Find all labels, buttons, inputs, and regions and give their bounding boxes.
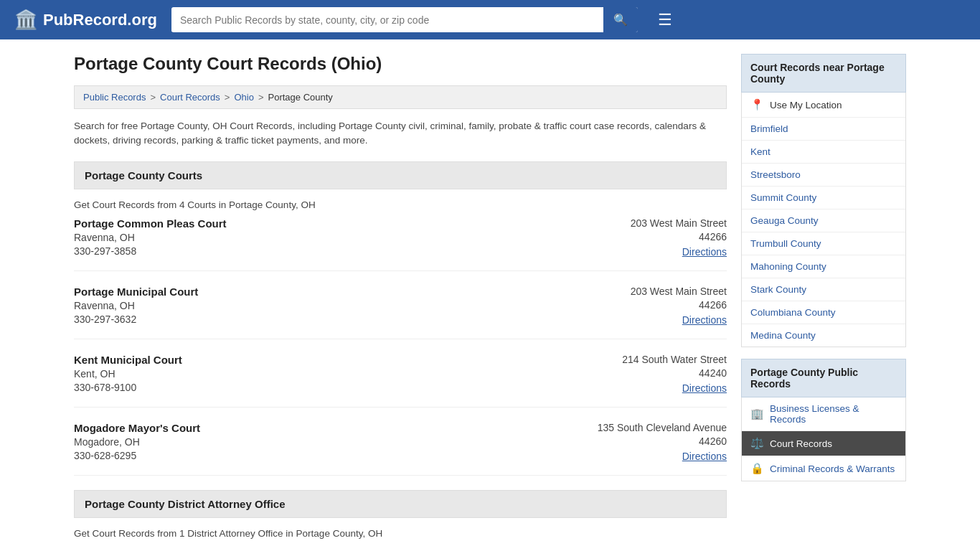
sidebar-item-label: Columbiana County: [750, 307, 836, 318]
sidebar-item[interactable]: Kent: [742, 141, 905, 164]
court-street: 214 South Water Street: [569, 354, 727, 365]
district-sub-description: Get Court Records from 1 District Attorn…: [74, 528, 727, 539]
breadcrumb-sep-1: >: [150, 92, 156, 103]
criminal-icon: 🔒: [750, 462, 764, 475]
courts-section-header: Portage County Courts: [74, 161, 727, 189]
court-phone: 330-297-3632: [74, 314, 569, 325]
sidebar-item[interactable]: Geauga County: [742, 209, 905, 232]
sidebar-item-label: Geauga County: [750, 215, 819, 226]
court-entry: Portage Municipal Court Ravenna, OH 330-…: [74, 286, 727, 339]
logo-text: PubRecord.org: [43, 11, 157, 29]
sidebar-item-label: Summit County: [750, 192, 816, 203]
sidebar-item[interactable]: Stark County: [742, 278, 905, 301]
sidebar-item-label: Mahoning County: [750, 261, 826, 272]
sidebar-item-label: Criminal Records & Warrants: [770, 463, 895, 474]
court-zip: 44240: [569, 367, 727, 379]
page-title: Portage County Court Records (Ohio): [74, 54, 727, 74]
breadcrumb-public-records[interactable]: Public Records: [83, 92, 146, 103]
court-address: 203 West Main Street 44266 Directions: [569, 217, 727, 258]
search-button[interactable]: 🔍: [603, 7, 638, 32]
nearby-list: 📍 Use My Location Brimfield Kent Streets…: [741, 93, 906, 347]
breadcrumb: Public Records > Court Records > Ohio > …: [74, 85, 727, 109]
court-entry: Mogadore Mayor's Court Mogadore, OH 330-…: [74, 422, 727, 476]
court-entry: Kent Municipal Court Kent, OH 330-678-91…: [74, 354, 727, 408]
page-description: Search for free Portage County, OH Court…: [74, 119, 727, 149]
sidebar-criminal-records[interactable]: 🔒 Criminal Records & Warrants: [742, 456, 905, 481]
court-address: 203 West Main Street 44266 Directions: [569, 286, 727, 326]
court-name: Portage Common Pleas Court: [74, 217, 569, 230]
page-content: Portage County Court Records (Ohio) Publ…: [60, 39, 920, 551]
directions-link[interactable]: Directions: [682, 246, 727, 258]
court-city: Ravenna, OH: [74, 232, 569, 243]
court-name: Mogadore Mayor's Court: [74, 422, 569, 434]
court-address: 135 South Cleveland Avenue 44260 Directi…: [569, 422, 727, 462]
courts-sub-description: Get Court Records from 4 Courts in Porta…: [74, 199, 727, 210]
court-city: Mogadore, OH: [74, 436, 569, 448]
sidebar-item-label: Stark County: [750, 284, 806, 295]
sidebar-item-label: Streetsboro: [750, 169, 801, 180]
court-info: Kent Municipal Court Kent, OH 330-678-91…: [74, 354, 569, 394]
logo-icon: 🏛️: [14, 9, 37, 31]
court-phone: 330-297-3858: [74, 245, 569, 257]
directions-link[interactable]: Directions: [682, 382, 727, 394]
court-zip: 44266: [569, 299, 727, 311]
hamburger-button[interactable]: ☰: [652, 8, 678, 32]
sidebar-item[interactable]: Trumbull County: [742, 232, 905, 255]
site-header: 🏛️ PubRecord.org 🔍 ☰: [0, 0, 980, 39]
use-location-label: Use My Location: [770, 100, 842, 110]
sidebar-item[interactable]: Summit County: [742, 187, 905, 209]
breadcrumb-sep-2: >: [225, 92, 230, 103]
sidebar-item[interactable]: Streetsboro: [742, 164, 905, 187]
sidebar-item-label: Business Licenses & Records: [770, 403, 897, 425]
sidebar-item[interactable]: Medina County: [742, 324, 905, 347]
directions-link[interactable]: Directions: [682, 314, 727, 326]
nearby-section-header: Court Records near Portage County: [741, 54, 906, 93]
sidebar-item-label: Brimfield: [750, 123, 788, 134]
court-city: Kent, OH: [74, 368, 569, 380]
court-info: Portage Municipal Court Ravenna, OH 330-…: [74, 286, 569, 326]
court-phone: 330-628-6295: [74, 450, 569, 461]
court-name: Kent Municipal Court: [74, 354, 569, 366]
sidebar-item-label: Court Records: [770, 438, 832, 449]
court-street: 203 West Main Street: [569, 217, 727, 229]
business-icon: 🏢: [750, 408, 764, 420]
court-zip: 44260: [569, 435, 727, 447]
court-name: Portage Municipal Court: [74, 286, 569, 298]
sidebar: Court Records near Portage County 📍 Use …: [741, 54, 906, 546]
breadcrumb-court-records[interactable]: Court Records: [160, 92, 220, 103]
court-entry: Portage Common Pleas Court Ravenna, OH 3…: [74, 217, 727, 271]
sidebar-item-label: Trumbull County: [750, 238, 821, 249]
search-bar: 🔍: [171, 7, 638, 32]
sidebar-item[interactable]: Mahoning County: [742, 255, 905, 278]
court-city: Ravenna, OH: [74, 300, 569, 311]
sidebar-use-location[interactable]: 📍 Use My Location: [742, 93, 905, 118]
court-street: 203 West Main Street: [569, 286, 727, 297]
breadcrumb-current: Portage County: [268, 92, 333, 103]
court-street: 135 South Cleveland Avenue: [569, 422, 727, 433]
breadcrumb-sep-3: >: [258, 92, 264, 103]
court-zip: 44266: [569, 231, 727, 242]
sidebar-item-label: Kent: [750, 146, 771, 157]
site-logo[interactable]: 🏛️ PubRecord.org: [14, 9, 157, 31]
main-column: Portage County Court Records (Ohio) Publ…: [74, 54, 727, 546]
sidebar-business-licenses[interactable]: 🏢 Business Licenses & Records: [742, 397, 905, 431]
location-icon: 📍: [750, 98, 764, 111]
breadcrumb-ohio[interactable]: Ohio: [234, 92, 253, 103]
directions-link[interactable]: Directions: [682, 451, 727, 462]
court-address: 214 South Water Street 44240 Directions: [569, 354, 727, 394]
sidebar-item-label: Medina County: [750, 330, 816, 341]
court-icon: ⚖️: [750, 437, 764, 450]
district-section-header: Portage County District Attorney Office: [74, 490, 727, 518]
sidebar-item[interactable]: Brimfield: [742, 118, 905, 141]
court-phone: 330-678-9100: [74, 382, 569, 393]
search-input[interactable]: [171, 9, 603, 32]
public-records-section-header: Portage County Public Records: [741, 359, 906, 397]
court-info: Portage Common Pleas Court Ravenna, OH 3…: [74, 217, 569, 258]
sidebar-item[interactable]: Columbiana County: [742, 301, 905, 324]
public-records-list: 🏢 Business Licenses & Records ⚖️ Court R…: [741, 397, 906, 481]
sidebar-court-records[interactable]: ⚖️ Court Records: [742, 431, 905, 456]
court-info: Mogadore Mayor's Court Mogadore, OH 330-…: [74, 422, 569, 462]
